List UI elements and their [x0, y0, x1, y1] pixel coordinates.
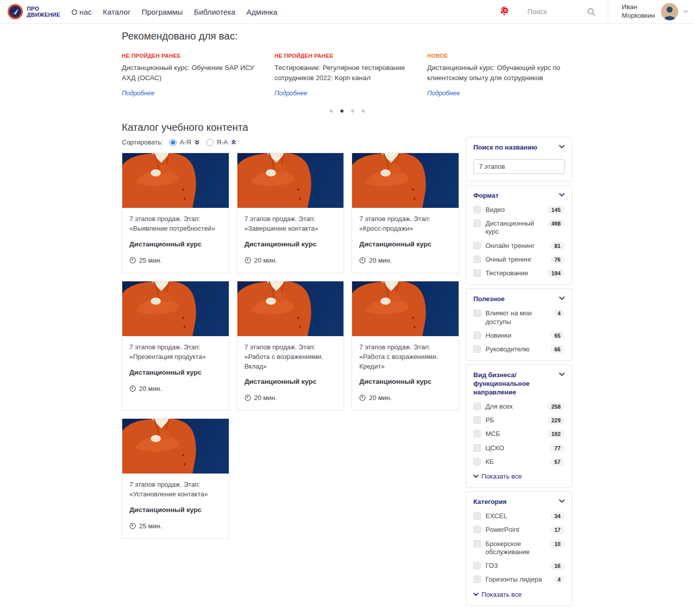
recommended-card[interactable]: НЕ ПРОЙДЕН РАНЕЕ Тестирование: Регулярно…: [274, 53, 420, 97]
filter-section-header[interactable]: Вид бизнеса/ функциональное направление: [473, 371, 565, 397]
top-navbar: ПРО ДВИЖЕНИЕ О нас Каталог Программы Биб…: [0, 0, 694, 24]
filter-item[interactable]: КБ 57: [473, 458, 565, 466]
course-card[interactable]: 7 этапов продаж. Этап: «Работа с возраже…: [352, 281, 459, 411]
checkbox-unchecked[interactable]: [473, 416, 481, 424]
filter-section-header[interactable]: Формат: [473, 192, 565, 200]
checkbox-unchecked[interactable]: [473, 526, 481, 533]
filter-item[interactable]: Новинки 65: [473, 332, 565, 340]
filter-item-label: РБ: [485, 416, 543, 424]
checkbox-unchecked[interactable]: [473, 309, 481, 317]
checkbox-unchecked[interactable]: [473, 430, 481, 438]
nav-item[interactable]: Программы: [142, 8, 183, 16]
filter-item[interactable]: Для всех 258: [473, 403, 565, 411]
recommended-card[interactable]: НЕ ПРОЙДЕН РАНЕЕ Дистанционный курс: Обу…: [122, 53, 267, 97]
checkbox-unchecked[interactable]: [473, 269, 481, 277]
checkbox-unchecked[interactable]: [473, 403, 481, 410]
filter-item[interactable]: Руководителю 66: [473, 345, 565, 353]
filter-item[interactable]: Онлайн тренинг 81: [473, 242, 565, 250]
checkbox-unchecked[interactable]: [473, 575, 481, 583]
carousel-dot-active[interactable]: [340, 110, 343, 113]
course-duration: 25 мин.: [129, 522, 222, 530]
details-link[interactable]: Подробнее: [122, 90, 267, 97]
course-card[interactable]: 7 этапов продаж. Этап: «Презентация прод…: [122, 281, 229, 411]
chevron-down-icon[interactable]: [559, 297, 565, 300]
avatar[interactable]: [661, 3, 678, 20]
details-link[interactable]: Подробнее: [427, 90, 572, 97]
checkbox-unchecked[interactable]: [473, 512, 481, 520]
course-card[interactable]: 7 этапов продаж. Этап: «Кросс-продажи» Д…: [352, 153, 459, 273]
checkbox-unchecked[interactable]: [473, 540, 481, 548]
sort-option-desc[interactable]: Я-А: [206, 138, 236, 146]
filter-item[interactable]: Горизонты лидера 4: [473, 575, 565, 584]
filter-item[interactable]: Видео 145: [473, 206, 565, 214]
filter-item[interactable]: PowerPoint 17: [473, 526, 565, 534]
filter-section-header[interactable]: Полезное: [473, 295, 565, 304]
details-link[interactable]: Подробнее: [274, 90, 420, 97]
filter-item[interactable]: Очный тренинг 76: [473, 256, 565, 264]
course-card[interactable]: 7 этапов продаж. Этап: «Завершение конта…: [237, 153, 344, 273]
clock-icon: [359, 394, 366, 401]
course-card[interactable]: 7 этапов продаж. Этап: «Выявление потреб…: [122, 153, 229, 273]
filter-item[interactable]: МСБ 192: [473, 430, 565, 438]
sort-desc-label: Я-А: [217, 138, 228, 146]
sort-asc-label: А-Я: [180, 138, 191, 146]
course-duration: 25 мин.: [129, 257, 222, 264]
filter-item[interactable]: Брокерское обслуживание 10: [473, 540, 565, 557]
radio-checked[interactable]: [169, 139, 177, 146]
chevron-down-icon[interactable]: [559, 145, 565, 149]
filter-section-header[interactable]: Поиск по названию: [473, 143, 565, 152]
checkbox-unchecked[interactable]: [473, 220, 481, 227]
chevron-down-icon[interactable]: [559, 499, 565, 503]
carousel-dot[interactable]: [362, 110, 365, 113]
filter-item-count: 194: [547, 269, 565, 277]
filter-item[interactable]: EXCEL 34: [473, 512, 565, 520]
checkbox-unchecked[interactable]: [473, 444, 481, 452]
clock-icon: [129, 257, 136, 264]
filter-item[interactable]: Дистанционный курс 498: [473, 220, 565, 236]
chevron-down-icon[interactable]: [559, 193, 565, 197]
filter-item-count: 145: [547, 206, 565, 214]
radio-unchecked[interactable]: [206, 139, 214, 146]
show-all-link[interactable]: Показать все: [473, 473, 565, 480]
course-card[interactable]: 7 этапов продаж. Этап: «Работа с возраже…: [237, 281, 344, 411]
filter-item-label: КБ: [485, 458, 546, 466]
logo[interactable]: ПРО ДВИЖЕНИЕ: [7, 4, 60, 20]
nav-item[interactable]: Каталог: [103, 8, 131, 16]
search-icon[interactable]: [587, 8, 596, 16]
filter-item[interactable]: ГОЗ 16: [473, 562, 565, 570]
checkbox-unchecked[interactable]: [473, 458, 481, 465]
course-card[interactable]: 7 этапов продаж. Этап: «Установление кон…: [122, 418, 229, 539]
nav-item[interactable]: Админка: [247, 8, 277, 16]
filter-item-count: 57: [550, 458, 565, 466]
carousel-dot[interactable]: [330, 110, 333, 113]
checkbox-unchecked[interactable]: [473, 332, 481, 339]
logo-icon: [7, 4, 23, 20]
checkbox-unchecked[interactable]: [473, 256, 481, 263]
filter-item-count: 81: [550, 242, 565, 250]
checkbox-unchecked[interactable]: [473, 345, 481, 353]
user-menu[interactable]: Иван Морковкин: [608, 3, 688, 20]
filter-item[interactable]: Тестирование 194: [473, 269, 565, 277]
recommended-card[interactable]: НОВОЕ Дистанционный курс: Обучающий курс…: [427, 53, 572, 97]
nav-item[interactable]: О нас: [72, 8, 92, 16]
filter-item[interactable]: РБ 229: [473, 416, 565, 424]
checkbox-unchecked[interactable]: [473, 206, 481, 213]
show-all-link[interactable]: Показать все: [473, 591, 565, 598]
nav-item[interactable]: Библиотека: [194, 8, 235, 16]
sort-option-asc[interactable]: А-Я: [169, 138, 199, 146]
filter-section-title: Категория: [473, 498, 507, 506]
filter-business-box: Вид бизнеса/ функциональное направление …: [466, 365, 572, 488]
filter-section-header[interactable]: Категория: [473, 498, 565, 506]
filter-item[interactable]: Влияют на мои доступы 4: [473, 309, 565, 326]
checkbox-unchecked[interactable]: [473, 242, 481, 249]
filter-item[interactable]: ЦСКО 77: [473, 444, 565, 452]
search-input[interactable]: [527, 8, 583, 16]
filter-format-box: Формат Видео 145: [466, 185, 572, 285]
checkbox-unchecked[interactable]: [473, 562, 481, 569]
filter-items: Видео 145 Дистанционный курс 498: [473, 206, 565, 278]
carousel-dot[interactable]: [351, 110, 354, 113]
filter-item-label: PowerPoint: [485, 526, 546, 534]
filter-search-input[interactable]: [473, 159, 565, 174]
notifications-bell-icon[interactable]: 0: [499, 5, 512, 18]
chevron-down-icon[interactable]: [559, 373, 565, 376]
